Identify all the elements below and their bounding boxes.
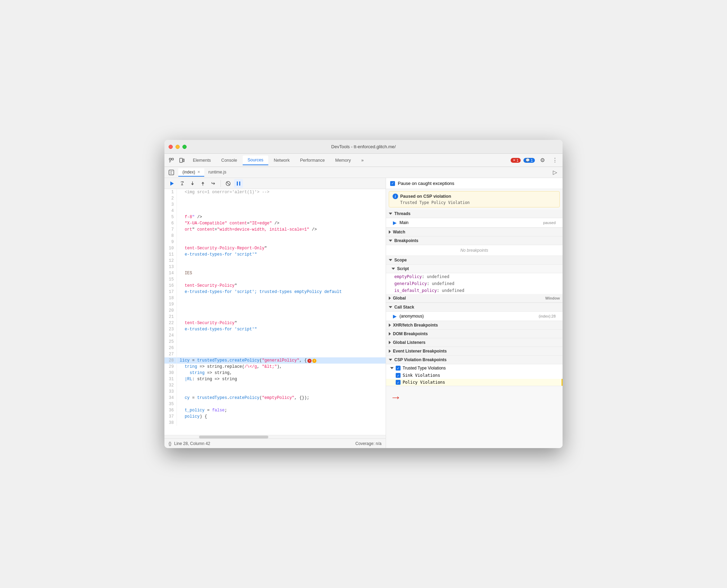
tab-memory[interactable]: Memory bbox=[330, 156, 356, 165]
global-scope-header[interactable]: Global Window bbox=[386, 294, 563, 303]
pause-exceptions-row: ✓ Pause on caught exceptions bbox=[386, 178, 563, 189]
watch-label: Watch bbox=[393, 230, 405, 234]
svg-rect-12 bbox=[237, 181, 238, 186]
svg-marker-5 bbox=[170, 181, 174, 186]
deactivate-breakpoints-button[interactable] bbox=[224, 179, 233, 188]
dom-section-header[interactable]: DOM Breakpoints bbox=[386, 330, 563, 338]
event-listeners-header[interactable]: Event Listener Breakpoints bbox=[386, 347, 563, 356]
global-listeners-header[interactable]: Global Listeners bbox=[386, 338, 563, 347]
policy-violations-checkbox[interactable]: ✓ bbox=[396, 380, 401, 385]
code-line-24: 24 bbox=[164, 332, 386, 339]
code-line-3: 3 bbox=[164, 202, 386, 208]
code-line-6: 6 "X-UA-Compatible" content="IE=edge" /> bbox=[164, 220, 386, 226]
main-thread-status: paused bbox=[543, 221, 556, 225]
tab-performance[interactable]: Performance bbox=[295, 156, 330, 165]
code-line-14: 14 IES bbox=[164, 270, 386, 276]
code-line-28: 28 licy = trustedTypes.createPolicy("gen… bbox=[164, 357, 386, 364]
message-badge[interactable]: 💬 1 bbox=[523, 158, 535, 163]
format-button[interactable]: {} bbox=[169, 441, 171, 446]
csp-violation-collapse-icon bbox=[389, 359, 392, 361]
event-listeners-label: Event Listener Breakpoints bbox=[393, 349, 447, 354]
main-tab-bar: Elements Console Sources Network Perform… bbox=[164, 154, 563, 167]
threads-section-header[interactable]: Threads bbox=[386, 210, 563, 218]
code-scroll-thumb[interactable] bbox=[199, 436, 268, 438]
scope-section-header[interactable]: Scope bbox=[386, 256, 563, 265]
scope-key-isdefault: is_default_policy bbox=[394, 288, 437, 293]
code-line-7: 7 ort" content="width=device-width, init… bbox=[164, 226, 386, 233]
file-tab-runtime-label: runtime.js bbox=[208, 170, 226, 175]
csp-banner-title: i Paused on CSP violation bbox=[393, 194, 556, 199]
more-options-button[interactable]: ⋮ bbox=[550, 155, 560, 165]
pause-exceptions-label: Pause on caught exceptions bbox=[398, 181, 454, 186]
inspector-icon[interactable] bbox=[167, 156, 176, 164]
minimize-button[interactable] bbox=[176, 145, 180, 149]
svg-rect-1 bbox=[172, 158, 173, 160]
right-panel: ✓ Pause on caught exceptions i Paused on… bbox=[386, 178, 563, 448]
tab-elements[interactable]: Elements bbox=[188, 156, 216, 165]
close-index-tab[interactable]: ✕ bbox=[197, 170, 200, 174]
resume-button[interactable] bbox=[167, 179, 176, 188]
tab-console[interactable]: Console bbox=[216, 156, 242, 165]
coverage-label: Coverage: n/a bbox=[356, 441, 382, 446]
code-line-19: 19 bbox=[164, 301, 386, 308]
file-tab-index[interactable]: (index) ✕ bbox=[178, 168, 204, 177]
call-stack-item-0: ▶ (anonymous) (index):28 bbox=[386, 312, 563, 321]
code-line-2: 2 bbox=[164, 195, 386, 202]
tab-more[interactable]: » bbox=[356, 156, 368, 165]
svg-rect-6 bbox=[170, 181, 170, 186]
main-thread-row: ▶ Main paused bbox=[386, 218, 563, 228]
code-line-8: 8 bbox=[164, 233, 386, 239]
pause-exceptions-checkbox[interactable]: ✓ bbox=[390, 181, 395, 186]
step-into-button[interactable] bbox=[188, 179, 197, 188]
traffic-lights bbox=[169, 145, 187, 149]
trusted-type-label: Trusted Type Violations bbox=[403, 366, 446, 371]
call-stack-arrow: ▶ bbox=[393, 313, 397, 319]
watch-section-header[interactable]: Watch bbox=[386, 228, 563, 237]
code-horizontal-scrollbar[interactable] bbox=[164, 435, 386, 438]
file-tab-runtime[interactable]: runtime.js bbox=[204, 168, 231, 177]
call-stack-label: Call Stack bbox=[394, 305, 414, 310]
tab-sources[interactable]: Sources bbox=[243, 155, 268, 165]
error-badge[interactable]: ✕ 1 bbox=[511, 158, 521, 163]
call-stack-collapse-icon bbox=[389, 306, 392, 308]
step-over-button[interactable] bbox=[178, 179, 187, 188]
error-count: 1 bbox=[517, 158, 519, 162]
call-stack-section-header[interactable]: Call Stack bbox=[386, 303, 563, 312]
scope-key-generalpolicy: generalPolicy bbox=[394, 281, 427, 286]
main-content: 1 <img src=1 onerror='alert(1)'> --> 2 3… bbox=[164, 178, 563, 448]
title-bar: DevTools - tt-enforced.glitch.me/ bbox=[164, 140, 563, 154]
window-title: DevTools - tt-enforced.glitch.me/ bbox=[331, 144, 396, 149]
step-button[interactable] bbox=[209, 179, 218, 188]
call-stack-section-content: ▶ (anonymous) (index):28 bbox=[386, 312, 563, 321]
code-line-21: 21 bbox=[164, 314, 386, 320]
maximize-button[interactable] bbox=[182, 145, 187, 149]
code-line-23: 23 e-trusted-types-for 'script'" bbox=[164, 326, 386, 332]
device-icon[interactable] bbox=[178, 156, 186, 164]
breakpoints-collapse-icon bbox=[389, 240, 392, 242]
tab-bar-right: ✕ 1 💬 1 ⚙ ⋮ bbox=[511, 155, 560, 165]
settings-button[interactable]: ⚙ bbox=[538, 155, 547, 165]
csp-violation-header[interactable]: CSP Violation Breakpoints bbox=[386, 356, 563, 364]
run-snippet-button[interactable]: ▷ bbox=[550, 168, 560, 177]
script-scope-header[interactable]: Script bbox=[386, 265, 563, 273]
scope-item-generalpolicy: generalPolicy: undefined bbox=[386, 280, 563, 287]
code-area[interactable]: 1 <img src=1 onerror='alert(1)'> --> 2 3… bbox=[164, 189, 386, 435]
file-tab-index-label: (index) bbox=[182, 170, 195, 175]
close-button[interactable] bbox=[169, 145, 173, 149]
code-line-31: 31 |RL: string => string bbox=[164, 376, 386, 382]
debugger-toolbar bbox=[164, 178, 386, 189]
code-line-35: 35 bbox=[164, 401, 386, 407]
svg-rect-2 bbox=[180, 158, 182, 162]
csp-violation-label: CSP Violation Breakpoints bbox=[394, 357, 447, 362]
sink-violations-checkbox[interactable]: ✓ bbox=[396, 373, 401, 378]
global-listeners-collapse-icon bbox=[389, 341, 391, 344]
pause-on-exception-button[interactable] bbox=[234, 179, 243, 188]
tab-network[interactable]: Network bbox=[269, 156, 295, 165]
trusted-type-checkbox[interactable]: ✓ bbox=[396, 366, 401, 371]
breakpoints-section-header[interactable]: Breakpoints bbox=[386, 237, 563, 245]
step-out-button[interactable] bbox=[198, 179, 207, 188]
code-line-37: 37 policy) { bbox=[164, 413, 386, 420]
panel-icon bbox=[167, 168, 176, 177]
xhr-section-header[interactable]: XHR/fetch Breakpoints bbox=[386, 321, 563, 330]
code-line-5: 5 f-8" /> bbox=[164, 214, 386, 220]
